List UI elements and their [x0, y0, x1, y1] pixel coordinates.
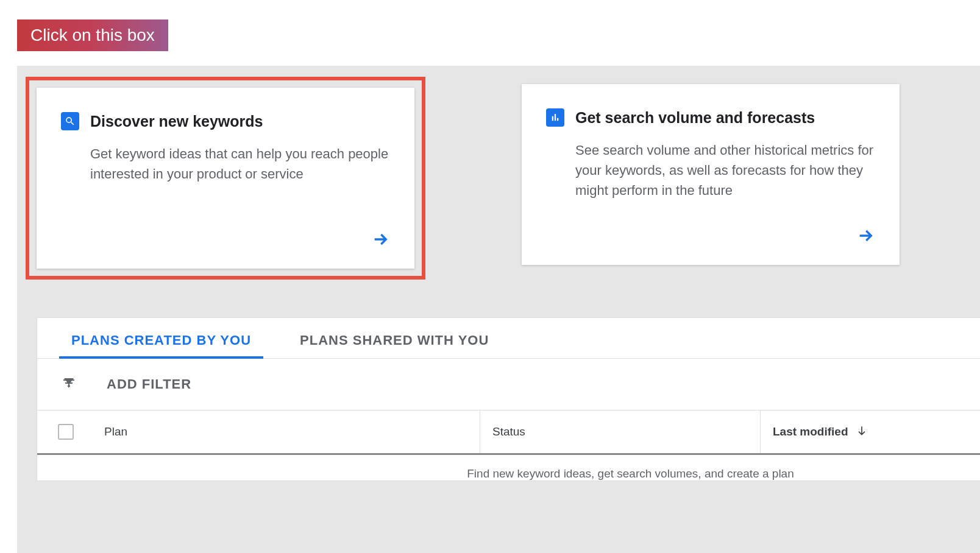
- card-header: Get search volume and forecasts: [546, 108, 875, 127]
- search-icon: [61, 112, 79, 130]
- instruction-callout: Click on this box: [17, 19, 168, 51]
- card-description: Get keyword ideas that can help you reac…: [90, 144, 390, 184]
- card-title: Discover new keywords: [90, 113, 263, 130]
- arrow-right-icon: [371, 230, 390, 252]
- column-header-status[interactable]: Status: [480, 410, 761, 453]
- filter-icon[interactable]: [62, 376, 76, 393]
- tabs-row: PLANS CREATED BY YOU PLANS SHARED WITH Y…: [37, 318, 980, 359]
- tab-label: PLANS CREATED BY YOU: [71, 333, 251, 348]
- arrow-right-icon: [856, 226, 875, 248]
- table-header-row: Plan Status Last modified: [37, 410, 980, 455]
- highlight-frame: Discover new keywords Get keyword ideas …: [26, 77, 425, 280]
- card-title: Get search volume and forecasts: [575, 109, 815, 127]
- sort-descending-icon: [856, 424, 868, 440]
- search-volume-forecasts-card[interactable]: Get search volume and forecasts See sear…: [522, 84, 900, 265]
- empty-state-hint: Find new keyword ideas, get search volum…: [281, 455, 980, 481]
- add-filter-button[interactable]: ADD FILTER: [107, 376, 191, 392]
- header-label: Last modified: [773, 425, 848, 439]
- header-label: Plan: [104, 425, 127, 439]
- column-header-last-modified[interactable]: Last modified: [761, 410, 980, 453]
- bar-chart-icon: [546, 108, 564, 127]
- callout-text: Click on this box: [30, 26, 155, 44]
- tab-plans-shared-with-you[interactable]: PLANS SHARED WITH YOU: [288, 318, 501, 358]
- main-content-area: Discover new keywords Get keyword ideas …: [17, 66, 980, 553]
- tab-label: PLANS SHARED WITH YOU: [300, 333, 489, 348]
- filter-row: ADD FILTER: [37, 359, 980, 410]
- discover-keywords-card[interactable]: Discover new keywords Get keyword ideas …: [37, 88, 414, 269]
- card-description: See search volume and other historical m…: [575, 140, 875, 200]
- select-all-checkbox[interactable]: [58, 424, 74, 440]
- plans-panel: PLANS CREATED BY YOU PLANS SHARED WITH Y…: [37, 317, 980, 481]
- card-header: Discover new keywords: [61, 112, 390, 130]
- column-header-plan[interactable]: Plan: [92, 410, 480, 453]
- cards-row: Discover new keywords Get keyword ideas …: [37, 84, 980, 287]
- header-label: Status: [492, 425, 525, 439]
- tab-plans-created-by-you[interactable]: PLANS CREATED BY YOU: [59, 318, 263, 358]
- select-all-cell: [37, 410, 92, 453]
